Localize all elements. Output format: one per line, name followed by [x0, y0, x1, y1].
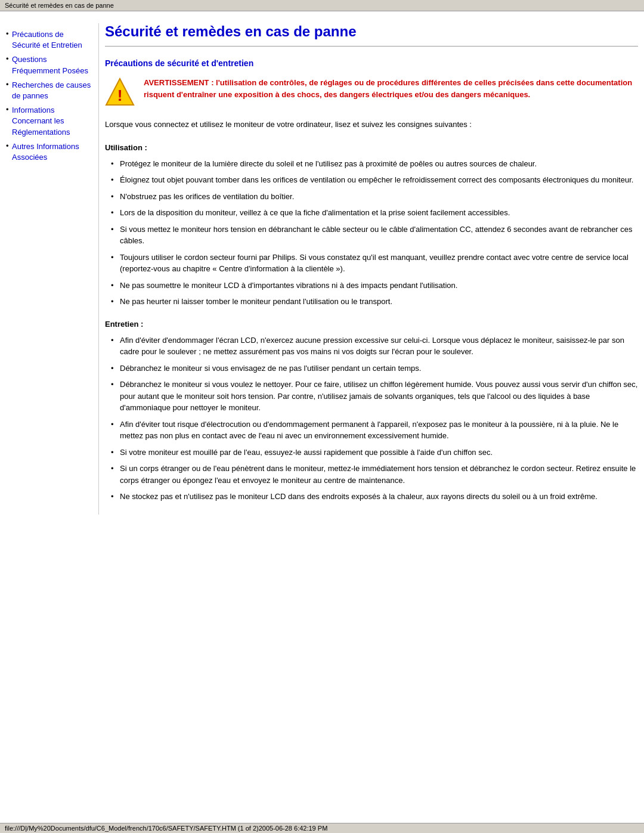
entretien-item-4: Si votre moniteur est mouillé par de l'e…	[111, 447, 638, 459]
utilisation-item-1: Éloignez tout objet pouvant tomber dans …	[111, 174, 638, 186]
sidebar-item-questions: Questions Fréquemment Posées	[6, 54, 92, 76]
sidebar: Précautions de Sécurité et EntretienQues…	[6, 23, 92, 515]
warning-icon: !	[105, 77, 135, 107]
entretien-item-1: Débranchez le moniteur si vous envisagez…	[111, 363, 638, 374]
sidebar-link-informations-reglementations[interactable]: Informations Concernant les Réglementati…	[12, 106, 70, 136]
utilisation-item-5: Toujours utiliser le cordon secteur four…	[111, 252, 638, 275]
status-bar-text: file:///D|/My%20Documents/dfu/C6_Model/f…	[5, 825, 327, 832]
entretien-item-5: Si un corps étranger ou de l'eau pénètre…	[111, 463, 638, 486]
utilisation-item-2: N'obstruez pas les orifices de ventilati…	[111, 191, 638, 203]
utilisation-item-3: Lors de la disposition du moniteur, veil…	[111, 207, 638, 219]
warning-text: AVERTISSEMENT : l'utilisation de contrôl…	[144, 77, 638, 100]
utilisation-item-0: Protégez le moniteur de la lumière direc…	[111, 158, 638, 170]
entretien-item-2: Débranchez le moniteur si vous voulez le…	[111, 379, 638, 414]
utilisation-item-7: Ne pas heurter ni laisser tomber le moni…	[111, 296, 638, 308]
sidebar-link-autres-informations[interactable]: Autres Informations Associées	[12, 142, 79, 162]
section-precautions-title: Précautions de sécurité et d'entretien	[105, 58, 638, 68]
sidebar-item-informations-reglementations: Informations Concernant les Réglementati…	[6, 105, 92, 138]
utilisation-title: Utilisation :	[105, 143, 638, 152]
sidebar-link-questions[interactable]: Questions Fréquemment Posées	[12, 55, 88, 75]
sidebar-link-precautions[interactable]: Précautions de Sécurité et Entretien	[12, 30, 82, 49]
page-title: Sécurité et remèdes en cas de panne	[105, 23, 638, 40]
sidebar-nav: Précautions de Sécurité et EntretienQues…	[6, 29, 92, 163]
main-content: Sécurité et remèdes en cas de panne Préc…	[98, 23, 638, 515]
sidebar-item-recherches: Recherches de causes de pannes	[6, 80, 92, 101]
sidebar-item-autres-informations: Autres Informations Associées	[6, 141, 92, 163]
entretien-item-6: Ne stockez pas et n'utilisez pas le moni…	[111, 491, 638, 503]
sidebar-link-recherches[interactable]: Recherches de causes de pannes	[12, 80, 91, 100]
entretien-item-3: Afin d'éviter tout risque d'électrocutio…	[111, 419, 638, 442]
entretien-list: Afin d'éviter d'endommager l'écran LCD, …	[105, 335, 638, 503]
entretien-title: Entretien :	[105, 320, 638, 329]
utilisation-list: Protégez le moniteur de la lumière direc…	[105, 158, 638, 308]
svg-text:!: !	[117, 86, 123, 104]
sidebar-item-precautions: Précautions de Sécurité et Entretien	[6, 29, 92, 51]
utilisation-item-6: Ne pas soumettre le moniteur LCD à d'imp…	[111, 280, 638, 292]
title-bar-text: Sécurité et remèdes en cas de panne	[5, 2, 114, 9]
status-bar: file:///D|/My%20Documents/dfu/C6_Model/f…	[0, 823, 644, 833]
title-bar: Sécurité et remèdes en cas de panne	[0, 0, 644, 11]
warning-box: ! AVERTISSEMENT : l'utilisation de contr…	[105, 77, 638, 107]
entretien-item-0: Afin d'éviter d'endommager l'écran LCD, …	[111, 335, 638, 358]
utilisation-item-4: Si vous mettez le moniteur hors tension …	[111, 224, 638, 247]
intro-text: Lorsque vous connectez et utilisez le mo…	[105, 119, 638, 131]
